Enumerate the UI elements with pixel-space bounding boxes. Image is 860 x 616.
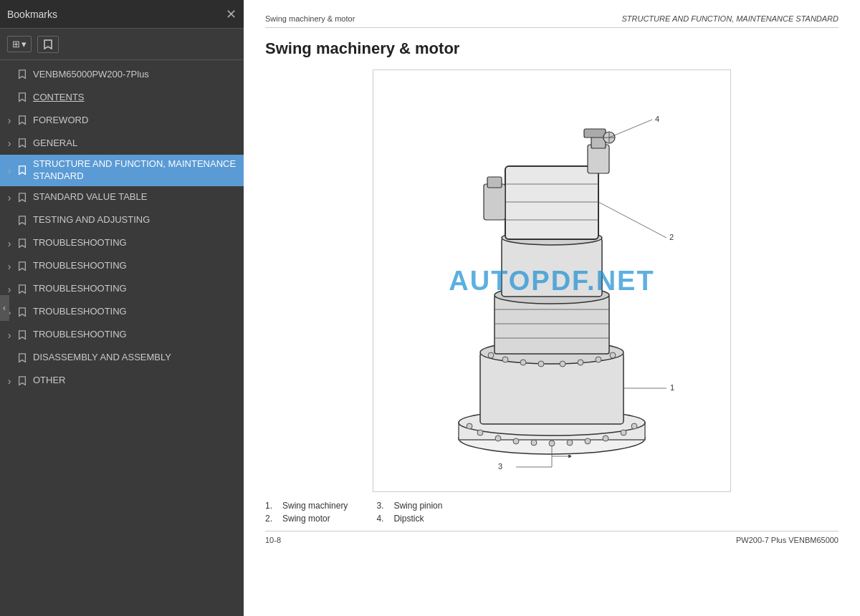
sidebar-title: Bookmarks: [7, 9, 57, 20]
doc-reference: PW200-7 Plus VENBM65000: [736, 536, 838, 544]
close-button[interactable]: ✕: [226, 8, 236, 21]
bookmark-item-root[interactable]: VENBM65000PW200-7Plus: [0, 63, 244, 86]
svg-point-19: [538, 361, 544, 367]
svg-point-3: [477, 430, 483, 435]
svg-rect-43: [584, 129, 606, 138]
bookmark-label-other: OTHER: [33, 375, 238, 387]
arrow-icon: [8, 238, 11, 249]
view-options-button[interactable]: ⊞ ▾: [7, 36, 32, 52]
bookmark-item-disassembly[interactable]: DISASSEMBLY AND ASSEMBLY: [0, 347, 244, 370]
bookmark-icon-trouble2: [16, 261, 29, 271]
bookmark-item-trouble5[interactable]: TROUBLESHOOTING: [0, 324, 244, 347]
caption-col-right: 3. Swing pinion 4. Dipstick: [376, 501, 442, 524]
bookmark-item-standard[interactable]: STANDARD VALUE TABLE: [0, 186, 244, 209]
bookmark-icon-structure: [16, 165, 29, 175]
svg-point-10: [603, 435, 608, 441]
svg-text:2: 2: [669, 233, 674, 241]
arrow-icon: [8, 165, 11, 176]
svg-point-16: [488, 352, 494, 358]
expand-arrow-trouble1: [3, 238, 16, 249]
bookmark-item-testing[interactable]: TESTING AND ADJUSTING: [0, 209, 244, 232]
caption-item-3: 3. Swing pinion: [376, 501, 442, 511]
bookmark-item-trouble4[interactable]: TROUBLESHOOTING: [0, 301, 244, 324]
bookmarks-list: VENBM65000PW200-7PlusCONTENTSFOREWORDGEN…: [0, 60, 244, 616]
bookmark-item-structure[interactable]: STRUCTURE AND FUNCTION, MAINTENANCE STAN…: [0, 155, 244, 186]
bookmark-icon-contents: [16, 92, 29, 102]
bookmark-button[interactable]: [37, 36, 59, 53]
page-title: Swing machinery & motor: [265, 39, 838, 58]
bookmark-icon-testing: [16, 216, 29, 226]
bookmark-icon-general: [16, 138, 29, 148]
arrow-icon: [8, 284, 11, 295]
svg-line-49: [609, 120, 652, 138]
bookmark-label-trouble4: TROUBLESHOOTING: [33, 306, 238, 318]
svg-rect-48: [487, 177, 502, 188]
bookmark-item-contents[interactable]: CONTENTS: [0, 86, 244, 109]
svg-point-7: [549, 441, 555, 446]
caption-area: 1. Swing machinery 2. Swing motor 3. Swi…: [265, 501, 838, 524]
svg-line-51: [598, 202, 666, 238]
caption-num-4: 4.: [376, 514, 388, 524]
bookmark-item-trouble1[interactable]: TROUBLESHOOTING: [0, 232, 244, 255]
expand-arrow-trouble3: [3, 284, 16, 295]
bookmark-icon-disassembly: [16, 353, 29, 363]
bookmark-item-trouble3[interactable]: TROUBLESHOOTING: [0, 278, 244, 301]
caption-text-1: Swing machinery: [282, 501, 348, 511]
caption-text-4: Dipstick: [393, 514, 424, 524]
bookmark-icon-trouble3: [16, 284, 29, 294]
caption-num-3: 3.: [376, 501, 388, 511]
bookmark-label-trouble1: TROUBLESHOOTING: [33, 237, 238, 249]
bookmark-label-root: VENBM65000PW200-7Plus: [33, 69, 238, 81]
bookmark-item-other[interactable]: OTHER: [0, 370, 244, 393]
view-icon: ⊞: [12, 39, 20, 49]
sidebar: Bookmarks ✕ ⊞ ▾ VENBM65000PW200-7PlusCON…: [0, 0, 244, 616]
bookmark-item-general[interactable]: GENERAL: [0, 132, 244, 155]
svg-point-12: [631, 423, 637, 429]
caption-text-3: Swing pinion: [393, 501, 442, 511]
svg-point-8: [567, 440, 573, 446]
bookmark-icon-trouble5: [16, 330, 29, 340]
bookmark-icon-foreword: [16, 115, 29, 125]
bookmark-icon-standard: [16, 193, 29, 203]
svg-point-18: [520, 360, 526, 365]
arrow-icon: [8, 329, 11, 341]
svg-rect-35: [502, 238, 602, 297]
svg-rect-37: [505, 166, 598, 239]
bookmark-icon-other: [16, 376, 29, 386]
svg-point-5: [513, 438, 519, 444]
bookmark-item-trouble2[interactable]: TROUBLESHOOTING: [0, 255, 244, 278]
bookmark-icon: [42, 39, 54, 50]
page-header-left: Swing machinery & motor: [265, 14, 355, 23]
expand-arrow-trouble5: [3, 329, 16, 341]
svg-point-11: [621, 430, 626, 435]
svg-text:4: 4: [655, 115, 659, 123]
svg-point-6: [531, 440, 537, 446]
arrow-icon: [8, 375, 11, 387]
bookmark-label-trouble2: TROUBLESHOOTING: [33, 260, 238, 272]
page-header-right: STRUCTURE AND FUNCTION, MAINTENANCE STAN…: [621, 14, 838, 23]
page-number: 10-8: [265, 536, 281, 544]
svg-point-4: [495, 435, 501, 441]
bookmark-icon-root: [16, 69, 29, 80]
expand-arrow-general: [3, 138, 16, 149]
svg-rect-47: [484, 184, 505, 220]
bookmark-icon-trouble4: [16, 307, 29, 317]
bookmark-label-contents: CONTENTS: [33, 92, 238, 104]
bookmark-item-foreword[interactable]: FOREWORD: [0, 109, 244, 132]
bookmark-label-standard: STANDARD VALUE TABLE: [33, 191, 238, 203]
arrow-icon: [8, 138, 11, 149]
caption-item-2: 2. Swing motor: [265, 514, 348, 524]
svg-point-23: [610, 352, 616, 358]
collapse-handle[interactable]: ‹: [0, 295, 9, 321]
sidebar-header: Bookmarks ✕: [0, 0, 244, 29]
bookmark-label-foreword: FOREWORD: [33, 115, 238, 127]
page-content: Swing machinery & motor STRUCTURE AND FU…: [244, 0, 860, 616]
page-header: Swing machinery & motor STRUCTURE AND FU…: [265, 14, 838, 28]
diagram-container: 1 3: [373, 69, 731, 492]
svg-point-21: [578, 360, 583, 365]
svg-text:1: 1: [670, 383, 674, 392]
machinery-diagram: 1 3: [387, 80, 717, 481]
expand-arrow-foreword: [3, 115, 16, 126]
document-page: Swing machinery & motor STRUCTURE AND FU…: [244, 0, 860, 616]
expand-arrow-trouble2: [3, 261, 16, 272]
